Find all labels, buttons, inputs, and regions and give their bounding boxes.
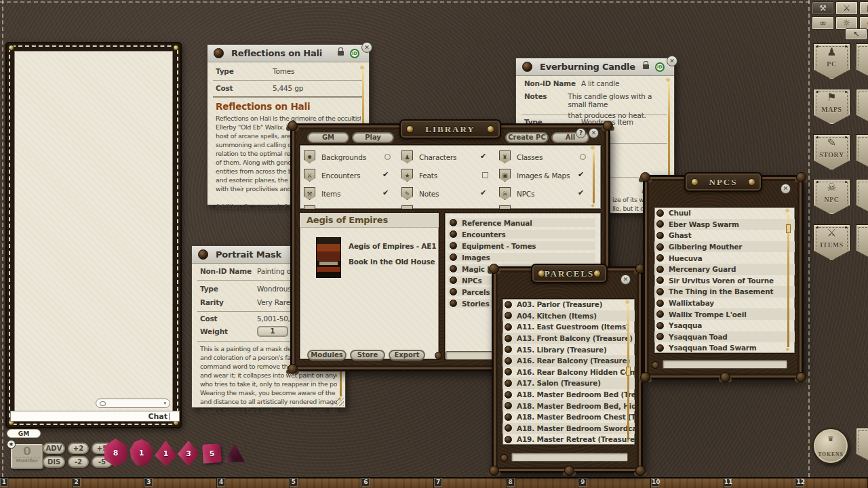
lock-icon[interactable] — [338, 51, 344, 56]
window-header[interactable]: Reflections on Hali ID — [208, 45, 369, 62]
sidebar-shield-partial[interactable] — [856, 179, 868, 215]
npc-row[interactable]: Eber Wasp Swarm — [654, 219, 795, 230]
knob-icon[interactable] — [505, 424, 512, 432]
record-type-checkbox[interactable] — [382, 190, 391, 198]
hotkey-slot[interactable]: 9 — [578, 479, 651, 488]
hotkey-slot[interactable]: 4 — [217, 479, 290, 488]
close-icon[interactable]: ✕ — [620, 274, 631, 285]
npc-row[interactable]: Ysaqquan Toad — [654, 331, 795, 343]
knob-icon[interactable] — [450, 219, 457, 226]
chat-mode-dropdown[interactable]: ▾ — [96, 399, 170, 408]
die[interactable]: 3 — [178, 441, 199, 466]
scrollbar-thumb[interactable] — [626, 367, 631, 375]
play-tab-button[interactable]: Play — [352, 132, 394, 143]
section-row[interactable]: Equipment - Tomes — [448, 241, 595, 250]
section-row[interactable]: Images — [448, 253, 595, 262]
knob-icon[interactable] — [505, 402, 512, 409]
knob-icon[interactable] — [450, 242, 457, 249]
section-row[interactable]: Encounters — [448, 230, 595, 239]
knob-icon[interactable] — [450, 300, 457, 307]
sidebar-shield-partial[interactable] — [856, 43, 868, 79]
create-pc-button[interactable]: Create PC — [505, 132, 549, 143]
npc-row[interactable]: Huecuva — [654, 252, 795, 264]
hotkey-slot[interactable]: 5 — [290, 479, 362, 488]
record-type-checkbox[interactable] — [480, 190, 488, 198]
record-type-checkbox[interactable] — [384, 154, 391, 160]
hotkey-slot[interactable]: 3 — [144, 479, 217, 488]
knob-icon[interactable] — [656, 232, 664, 239]
radial-menu-icon[interactable] — [214, 48, 224, 58]
sidebar-item-npc[interactable]: ☠NPC — [813, 179, 850, 215]
parcel-row[interactable]: A16. Rear Balcony Hidden Compartment (T — [502, 367, 635, 378]
parcel-row[interactable]: A11. East Guestroom (Items) — [502, 321, 635, 333]
record-type-checkbox[interactable] — [578, 171, 586, 180]
knob-icon[interactable] — [656, 266, 664, 273]
record-type-checkbox[interactable] — [480, 153, 488, 161]
record-type-toggle[interactable]: ♜ Classes — [499, 148, 597, 166]
sidebar-shield-partial[interactable] — [856, 224, 868, 260]
parcel-row[interactable]: A18. Master Bedroom Bed (Treasure) — [502, 389, 635, 401]
knob-icon[interactable] — [505, 323, 512, 331]
close-icon[interactable]: ✕ — [781, 184, 791, 194]
record-type-toggle[interactable]: ★ Feats — [401, 166, 499, 184]
knob-icon[interactable] — [505, 436, 512, 443]
record-type-toggle[interactable]: ⚒ Items — [304, 184, 401, 203]
adv-button[interactable]: ADV — [43, 443, 65, 454]
id-badge[interactable]: ID — [350, 49, 359, 58]
hotkey-slot[interactable]: 1 — [0, 479, 73, 488]
id-badge[interactable]: ID — [655, 62, 665, 72]
scrollbar-thumb[interactable] — [786, 224, 791, 233]
record-type-toggle[interactable]: ❂ Races — [499, 203, 597, 209]
knob-icon[interactable] — [656, 220, 664, 228]
die[interactable]: 5 — [202, 443, 222, 464]
window-title-plaque[interactable]: NPCS — [684, 172, 762, 192]
sidebar-item-items[interactable]: ⚔ITEMS — [813, 224, 850, 260]
record-type-toggle[interactable]: ▣ Images & Maps — [499, 166, 597, 184]
npc-row[interactable]: Wallixtabay — [654, 298, 795, 309]
knob-icon[interactable] — [505, 368, 512, 375]
knob-icon[interactable] — [450, 265, 457, 272]
sidebar-shield-partial[interactable] — [856, 134, 868, 170]
parcel-row[interactable]: A03. Parlor (Treasure) — [502, 299, 635, 310]
record-type-toggle[interactable]: ◆ Parcels — [304, 203, 401, 209]
npc-row[interactable]: Chuul — [654, 207, 795, 219]
record-type-toggle[interactable]: ✎ Notes — [401, 184, 499, 203]
npc-row[interactable]: The Thing in the Basement — [654, 286, 795, 298]
chat-log[interactable] — [14, 51, 173, 420]
parcel-row[interactable]: A04. Kitchen (Items) — [502, 310, 635, 322]
export-button[interactable]: Export — [389, 350, 425, 361]
record-type-checkbox[interactable] — [382, 208, 391, 210]
record-type-checkbox[interactable] — [482, 172, 488, 178]
knob-icon[interactable] — [656, 243, 664, 251]
record-type-checkbox[interactable] — [580, 209, 586, 209]
npc-row[interactable]: Ysaqqua — [654, 320, 795, 331]
hotkey-slot[interactable]: 6 — [361, 479, 434, 488]
npc-row[interactable]: Sir Urvitus Voren of Tourne — [654, 275, 795, 287]
scrollbar[interactable] — [787, 214, 789, 347]
record-type-toggle[interactable]: ⚔ Encounters — [304, 166, 401, 184]
sidebar-item-maps[interactable]: ⚑MAPS — [813, 89, 850, 125]
modules-button[interactable]: Modules — [307, 350, 347, 361]
section-row[interactable]: Reference Manual — [448, 218, 595, 227]
knob-icon[interactable] — [656, 277, 664, 284]
knob-icon[interactable] — [656, 254, 664, 262]
sidebar-shield-partial[interactable] — [856, 428, 868, 464]
close-icon[interactable]: ✕ — [589, 128, 599, 138]
dis-button[interactable]: DIS — [43, 456, 65, 468]
weight-field[interactable]: 1 — [257, 326, 288, 337]
knob-icon[interactable] — [656, 310, 664, 318]
knob-icon[interactable] — [505, 335, 512, 342]
hotkey-slot[interactable]: 2 — [73, 479, 145, 488]
scrollbar[interactable] — [627, 305, 629, 439]
modifier-badge-icon[interactable]: ✱ — [7, 440, 16, 449]
record-type-checkbox[interactable] — [382, 171, 391, 180]
die[interactable] — [224, 443, 245, 463]
blindfold-icon[interactable]: ∞ — [812, 16, 834, 30]
crossed-swords-icon[interactable]: ⚔ — [835, 1, 858, 15]
knob-icon[interactable] — [450, 230, 457, 238]
parcel-row[interactable]: A17. Salon (Treasure) — [502, 378, 635, 389]
close-icon[interactable]: ✕ — [361, 42, 372, 53]
modifier-box[interactable]: 0 Modifier — [11, 444, 43, 469]
knob-icon[interactable] — [656, 209, 664, 217]
knob-icon[interactable] — [505, 346, 512, 353]
